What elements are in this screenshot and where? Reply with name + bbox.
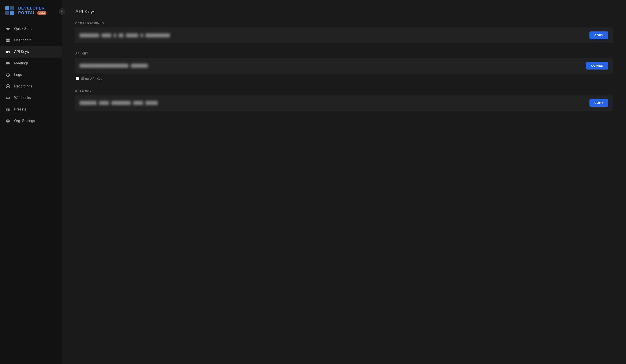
logo-portal-text: PORTAL: [18, 11, 36, 15]
key-icon: [5, 49, 11, 54]
sidebar-item-org-settings[interactable]: Org. Settings: [0, 115, 62, 127]
sidebar-item-label-quick-start: Quick Start: [14, 27, 32, 31]
svg-rect-2: [5, 11, 9, 15]
sidebar-item-label-meetings: Meetings: [14, 61, 29, 65]
sidebar-item-recordings[interactable]: Recordings: [0, 81, 62, 92]
api-key-section: API KEY ████████████████████ ███████ COP…: [75, 52, 613, 80]
grid-icon: [5, 38, 11, 43]
svg-rect-1: [10, 6, 14, 10]
sidebar-item-api-keys[interactable]: API Keys: [0, 46, 62, 58]
sidebar-item-logs[interactable]: Logs: [0, 69, 62, 81]
logo-area: DEVELOPER PORTAL BETA: [0, 0, 62, 21]
org-id-label: ORGANIZATION ID: [75, 22, 613, 25]
svg-rect-3: [10, 11, 14, 15]
sidebar-item-webhooks[interactable]: Webhooks: [0, 92, 62, 104]
api-key-field-box: ████████████████████ ███████ COPIED: [75, 58, 613, 73]
logo-developer-text: DEVELOPER: [18, 6, 46, 11]
org-id-copy-button[interactable]: COPY: [589, 32, 608, 39]
base-url-field-box: ███████ ████ ████████ ████ █████ COPY: [75, 95, 613, 111]
gear-icon: [5, 118, 11, 124]
api-key-value: ████████████████████ ███████: [80, 64, 583, 68]
base-url-value: ███████ ████ ████████ ████ █████: [80, 101, 586, 105]
sidebar-item-meetings[interactable]: Meetings: [0, 58, 62, 69]
svg-rect-0: [5, 6, 9, 10]
api-key-copied-button[interactable]: COPIED: [586, 62, 608, 70]
sidebar-item-label-webhooks: Webhooks: [14, 96, 31, 100]
collapse-sidebar-button[interactable]: ←: [59, 8, 65, 15]
sidebar-nav: Quick Start Dashboard API Keys: [0, 21, 62, 364]
base-url-label: BASE URL: [75, 89, 613, 92]
sidebar-item-label-api-keys: API Keys: [14, 50, 29, 54]
video-icon: [5, 61, 11, 66]
sliders-icon: [5, 107, 11, 112]
api-key-label: API KEY: [75, 52, 613, 55]
page-title: API Keys: [75, 9, 613, 15]
show-api-key-row: Show API Key: [76, 77, 613, 80]
logo-portal-row: PORTAL BETA: [18, 11, 46, 15]
svg-point-9: [7, 86, 9, 87]
star-icon: [5, 26, 11, 32]
sidebar-item-presets[interactable]: Presets: [0, 104, 62, 115]
clock-icon: [5, 72, 11, 77]
svg-rect-5: [8, 39, 10, 40]
base-url-copy-button[interactable]: COPY: [589, 99, 608, 107]
sidebar-item-label-org-settings: Org. Settings: [14, 119, 35, 123]
sidebar-item-label-dashboard: Dashboard: [14, 38, 32, 42]
sidebar-item-label-logs: Logs: [14, 73, 22, 77]
svg-rect-7: [8, 40, 10, 42]
sidebar-item-label-recordings: Recordings: [14, 84, 32, 88]
sidebar-item-label-presets: Presets: [14, 107, 26, 111]
show-api-key-checkbox[interactable]: [76, 77, 79, 80]
logo-text: DEVELOPER PORTAL BETA: [18, 6, 46, 15]
main-content: API Keys ORGANIZATION ID ████████ ████ █…: [62, 0, 626, 364]
org-id-field-box: ████████ ████ █ ██ █████ █ ██████████ CO…: [75, 28, 613, 43]
svg-rect-6: [6, 40, 8, 42]
org-id-section: ORGANIZATION ID ████████ ████ █ ██ █████…: [75, 22, 613, 43]
sidebar: DEVELOPER PORTAL BETA ← Quick Start: [0, 0, 62, 364]
show-api-key-label[interactable]: Show API Key: [81, 77, 102, 80]
org-id-value: ████████ ████ █ ██ █████ █ ██████████: [80, 34, 586, 37]
beta-badge: BETA: [38, 11, 46, 15]
svg-rect-4: [6, 39, 8, 40]
recordings-icon: [5, 84, 11, 89]
link-icon: [5, 95, 11, 101]
base-url-section: BASE URL ███████ ████ ████████ ████ ████…: [75, 89, 613, 111]
sidebar-item-dashboard[interactable]: Dashboard: [0, 35, 62, 46]
sidebar-item-quick-start[interactable]: Quick Start: [0, 23, 62, 35]
logo-icon: [4, 5, 15, 16]
